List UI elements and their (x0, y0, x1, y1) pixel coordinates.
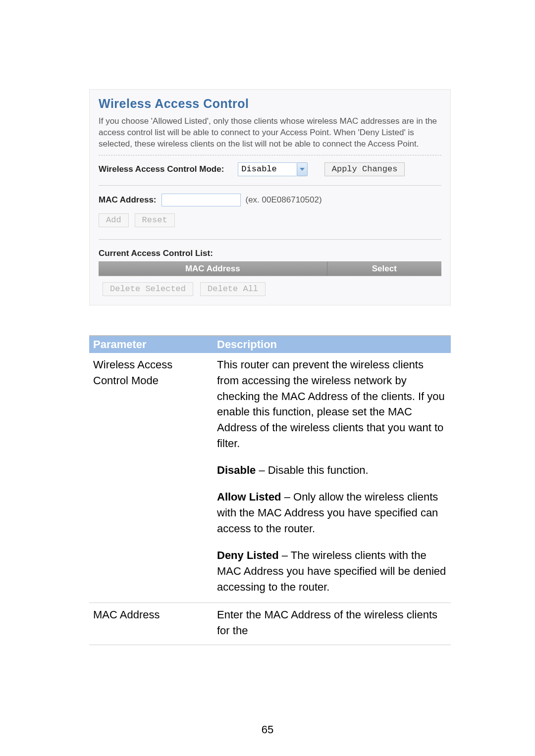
table-header-select: Select (327, 261, 441, 276)
header-parameter: Parameter (89, 336, 213, 353)
panel-title: Wireless Access Control (99, 97, 441, 111)
param-name: MAC Address (89, 606, 213, 640)
deny-listed-label: Deny Listed (217, 549, 279, 561)
mode-select[interactable]: Disable (238, 162, 307, 176)
mac-address-hint: (ex. 00E086710502) (246, 195, 322, 205)
divider (99, 155, 441, 155)
disable-text: – Disable this function. (256, 464, 368, 476)
allow-listed-label: Allow Listed (217, 491, 281, 503)
param-desc: This router can prevent the wireless cli… (213, 356, 451, 598)
table-row: Wireless Access Control Mode This router… (89, 353, 451, 604)
desc-text: Enter the MAC Address of the wireless cl… (217, 608, 437, 637)
panel-description: If you choose 'Allowed Listed', only tho… (99, 116, 441, 150)
delete-all-button[interactable]: Delete All (200, 282, 266, 296)
list-title: Current Access Control List: (99, 249, 441, 258)
mode-label: Wireless Access Control Mode: (99, 164, 224, 174)
chevron-down-icon (300, 168, 305, 171)
wireless-access-control-panel: Wireless Access Control If you choose 'A… (89, 89, 451, 305)
mode-select-value: Disable (238, 162, 296, 176)
mode-select-dropdown-button[interactable] (297, 162, 308, 176)
desc-text: This router can prevent the wireless cli… (217, 358, 445, 450)
param-name: Wireless Access Control Mode (89, 356, 213, 598)
parameter-table-header: Parameter Description (89, 336, 451, 353)
table-row: MAC Address Enter the MAC Address of the… (89, 603, 451, 645)
add-button[interactable]: Add (99, 213, 129, 227)
divider (99, 239, 441, 240)
table-header-mac: MAC Address (99, 261, 327, 276)
divider (99, 185, 441, 186)
apply-changes-button[interactable]: Apply Changes (324, 162, 405, 176)
page-number: 65 (0, 723, 535, 736)
mac-address-label: MAC Address: (99, 195, 157, 205)
disable-label: Disable (217, 464, 256, 476)
param-desc: Enter the MAC Address of the wireless cl… (213, 606, 451, 640)
delete-selected-button[interactable]: Delete Selected (103, 282, 193, 296)
mac-address-input[interactable] (161, 194, 241, 206)
access-control-table: MAC Address Select (99, 261, 441, 276)
parameter-table: Parameter Description Wireless Access Co… (89, 335, 451, 645)
header-description: Description (213, 336, 451, 353)
reset-button[interactable]: Reset (135, 213, 175, 227)
